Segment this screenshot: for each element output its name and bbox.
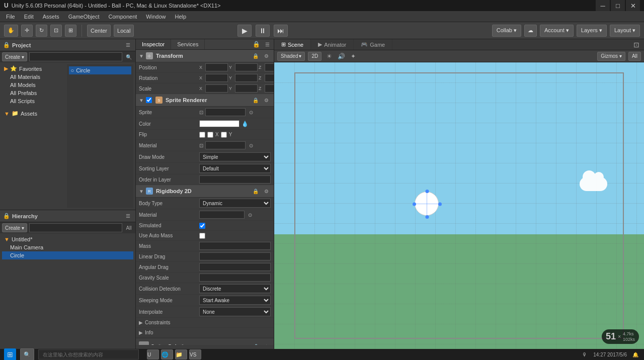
favorites-folder[interactable]: ▶ ⭐ Favorites (2, 64, 65, 73)
rigidbody2d-header[interactable]: ▼ R Rigidbody 2D 🔒 ⚙ (136, 185, 274, 198)
taskbar-unity-icon[interactable]: U (147, 349, 159, 359)
mass-input[interactable]: 1 (199, 242, 271, 250)
transform-header[interactable]: ▼ ⊹ Transform 🔒 ⚙ (136, 50, 274, 62)
scale-y-input[interactable]: 1 (235, 84, 258, 93)
menu-edit[interactable]: Edit (20, 13, 38, 21)
sprite-input[interactable]: Circle (205, 108, 246, 116)
color-swatch[interactable] (199, 120, 239, 127)
menu-assets[interactable]: Assets (39, 13, 63, 21)
material-select-icon[interactable]: ⊙ (247, 141, 256, 150)
menu-file[interactable]: File (2, 13, 19, 21)
rigidbody2d-settings-icon[interactable]: ⚙ (262, 187, 271, 196)
sorting-layer-select[interactable]: Default (199, 164, 271, 173)
taskbar-notifications-icon[interactable]: 🔔 (631, 350, 640, 359)
project-create-btn[interactable]: Create ▾ (2, 52, 27, 61)
2d-button[interactable]: 2D (308, 52, 321, 61)
rotation-x-input[interactable]: 0 (205, 74, 228, 82)
sound-icon[interactable]: 🔊 (337, 52, 346, 61)
flip-none-checkbox[interactable] (199, 132, 205, 138)
circle-hierarchy-item[interactable]: Circle (2, 251, 133, 259)
effects-icon[interactable]: ✦ (349, 52, 358, 61)
rb-material-select-icon[interactable]: ⊙ (246, 210, 255, 219)
assets-folder[interactable]: ▼ 📁 Assets (2, 109, 65, 118)
material-input[interactable]: Sprites-Default (205, 141, 246, 149)
layers-button[interactable]: Layers ▾ (577, 25, 607, 37)
hierarchy-create-btn[interactable]: Create ▾ (2, 223, 27, 232)
position-z-input[interactable]: 0 (265, 63, 274, 71)
interpolate-select[interactable]: None (199, 307, 271, 316)
simulated-checkbox[interactable] (199, 223, 205, 229)
hierarchy-all-btn[interactable]: All (124, 223, 133, 232)
scale-x-input[interactable]: 1 (205, 84, 228, 93)
lighting-icon[interactable]: ☀ (325, 52, 334, 61)
all-materials-item[interactable]: All Materials (2, 73, 65, 81)
order-in-layer-input[interactable]: 0 (199, 175, 271, 184)
flip-y-checkbox[interactable] (221, 132, 227, 138)
project-search-input[interactable] (29, 52, 122, 61)
sprite-renderer-lock-icon[interactable]: 🔒 (251, 96, 260, 105)
gravity-scale-input[interactable]: 0 (199, 274, 271, 282)
sprite-select-icon[interactable]: ⊙ (247, 108, 256, 117)
rect-tool[interactable]: ⊞ (65, 25, 76, 37)
shaded-dropdown[interactable]: Shaded ▾ (277, 52, 305, 61)
cloud-button[interactable]: ☁ (524, 25, 537, 37)
rotate-tool[interactable]: ↻ (36, 25, 47, 37)
taskbar-chrome-icon[interactable]: 🌐 (161, 349, 173, 359)
tab-animator[interactable]: ▶ Animator (311, 39, 354, 50)
view-panel-maximize-icon[interactable]: ⊡ (632, 40, 641, 49)
gizmos-dropdown[interactable]: Gizmos ▾ (597, 52, 625, 61)
draw-mode-select[interactable]: Simple (199, 152, 271, 161)
hierarchy-panel-menu[interactable]: ☰ (123, 212, 132, 221)
rotation-y-input[interactable]: 0 (235, 74, 258, 82)
menu-gameobject[interactable]: GameObject (64, 13, 104, 21)
rotation-z-input[interactable]: 0 (265, 74, 274, 82)
menu-component[interactable]: Component (104, 13, 141, 21)
all-prefabs-item[interactable]: All Prefabs (2, 89, 65, 97)
play-button[interactable]: ▶ (237, 25, 252, 37)
circle-scene-object[interactable] (415, 192, 440, 217)
flip-x-checkbox[interactable] (207, 132, 213, 138)
transform-settings-icon[interactable]: ⚙ (262, 51, 271, 60)
circle-asset-item[interactable]: ○ Circle (69, 66, 132, 74)
move-tool[interactable]: ✛ (21, 25, 33, 37)
scale-tool[interactable]: ⊡ (50, 25, 62, 37)
collab-button[interactable]: Collab ▾ (492, 25, 521, 37)
pause-button[interactable]: ⏸ (256, 25, 270, 37)
menu-help[interactable]: Help (171, 13, 190, 21)
cortana-button[interactable]: 🔍 (20, 348, 34, 360)
rb-material-input[interactable]: None (Physics Materi... (199, 211, 245, 219)
inspector-menu-icon[interactable]: ☰ (263, 40, 272, 49)
sprite-renderer-enabled-checkbox[interactable] (146, 97, 152, 103)
constraints-expand-icon[interactable]: ▶ (139, 320, 143, 325)
sleeping-mode-select[interactable]: Start Awake (199, 296, 271, 305)
position-y-input[interactable]: 0.1598 (235, 63, 258, 71)
maximize-button[interactable]: □ (611, 0, 625, 11)
project-search-icon[interactable]: 🔍 (124, 52, 133, 61)
scale-z-input[interactable]: 1 (265, 84, 274, 93)
account-button[interactable]: Account ▾ (540, 25, 574, 37)
position-x-input[interactable]: -4.038 (205, 63, 228, 71)
step-button[interactable]: ⏭ (274, 25, 288, 37)
inspector-lock-icon[interactable]: 🔒 (252, 40, 261, 49)
sprite-renderer-header[interactable]: ▼ S Sprite Renderer 🔒 ⚙ (136, 94, 274, 107)
sprite-renderer-settings-icon[interactable]: ⚙ (262, 96, 271, 105)
body-type-select[interactable]: Dynamic (199, 199, 271, 208)
taskbar-mic-icon[interactable]: 🎙 (580, 350, 589, 359)
info-expand-icon[interactable]: ▶ (139, 330, 143, 335)
taskbar-file-icon[interactable]: 📁 (175, 349, 187, 359)
all-models-item[interactable]: All Models (2, 81, 65, 89)
color-eyedropper-icon[interactable]: 💧 (240, 119, 250, 128)
untitled-scene-item[interactable]: ▼ Untitled* (2, 235, 133, 243)
rigidbody2d-lock-icon[interactable]: 🔒 (251, 187, 260, 196)
hierarchy-search-input[interactable] (29, 223, 122, 232)
titlebar-controls[interactable]: ─ □ ✕ (596, 0, 640, 11)
all-dropdown[interactable]: All (628, 52, 641, 61)
center-button[interactable]: Center (87, 25, 111, 37)
layout-button[interactable]: Layout ▾ (610, 25, 640, 37)
transform-lock-icon[interactable]: 🔒 (251, 51, 260, 60)
tab-inspector[interactable]: Inspector (136, 39, 171, 49)
main-camera-item[interactable]: Main Camera (2, 243, 133, 251)
taskbar-search[interactable] (38, 349, 139, 359)
close-button[interactable]: ✕ (626, 0, 640, 11)
tab-scene[interactable]: ⊞ Scene (274, 39, 311, 50)
